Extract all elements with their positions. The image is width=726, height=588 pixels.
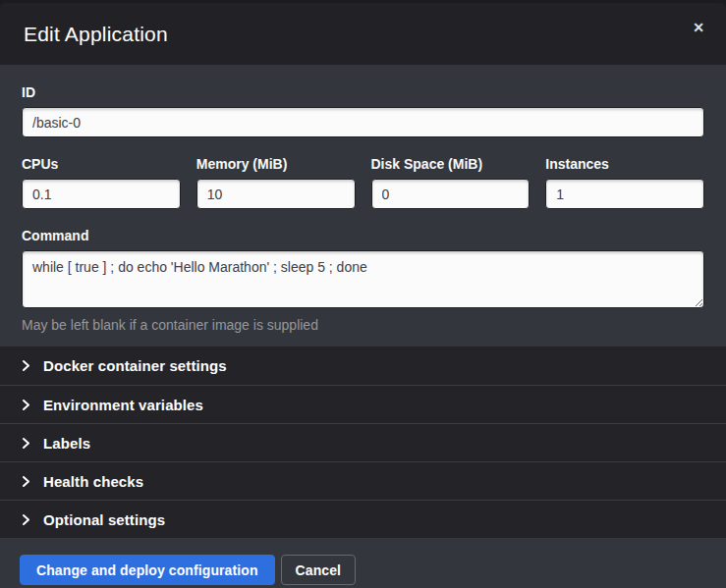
- disk-input[interactable]: [371, 179, 531, 209]
- instances-field-group: Instances: [545, 156, 704, 209]
- modal-footer: Change and deploy configuration Cancel: [0, 538, 726, 588]
- accordion-sections: Docker container settings Environment va…: [0, 347, 726, 538]
- id-input[interactable]: [22, 107, 704, 137]
- command-label: Command: [22, 228, 704, 243]
- resources-row: CPUs Memory (MiB) Disk Space (MiB) Insta…: [22, 156, 704, 209]
- section-label: Labels: [43, 435, 90, 452]
- id-label: ID: [22, 84, 704, 100]
- section-label: Docker container settings: [43, 357, 227, 374]
- cancel-button[interactable]: Cancel: [281, 555, 357, 585]
- command-textarea[interactable]: while [ true ] ; do echo 'Hello Marathon…: [22, 250, 704, 308]
- chevron-right-icon: [22, 399, 35, 411]
- section-optional-settings[interactable]: Optional settings: [0, 500, 726, 538]
- chevron-right-icon: [22, 437, 35, 450]
- modal-header: Edit Application ✕: [0, 3, 726, 65]
- application-form: ID CPUs Memory (MiB) Disk Space (MiB) In…: [0, 65, 726, 347]
- disk-field-group: Disk Space (MiB): [371, 156, 531, 209]
- instances-input[interactable]: [545, 179, 704, 209]
- chevron-right-icon: [22, 359, 35, 372]
- cpus-label: CPUs: [22, 156, 181, 172]
- section-docker-container-settings[interactable]: Docker container settings: [0, 347, 726, 385]
- section-labels[interactable]: Labels: [0, 423, 726, 461]
- cpus-input[interactable]: [22, 179, 181, 209]
- section-health-checks[interactable]: Health checks: [0, 461, 726, 500]
- memory-label: Memory (MiB): [196, 156, 356, 172]
- edit-application-modal: Edit Application ✕ ID CPUs Memory (MiB) …: [0, 3, 726, 588]
- change-and-deploy-button[interactable]: Change and deploy configuration: [20, 555, 275, 585]
- command-help-text: May be left blank if a container image i…: [22, 317, 704, 333]
- section-label: Environment variables: [43, 397, 203, 413]
- cpus-field-group: CPUs: [22, 156, 181, 209]
- modal-title: Edit Application: [24, 23, 168, 46]
- section-environment-variables[interactable]: Environment variables: [0, 385, 726, 423]
- chevron-right-icon: [22, 513, 35, 526]
- section-label: Health checks: [43, 473, 143, 490]
- instances-label: Instances: [545, 156, 704, 172]
- chevron-right-icon: [22, 475, 35, 488]
- memory-field-group: Memory (MiB): [196, 156, 356, 209]
- id-field-group: ID: [22, 84, 704, 137]
- section-label: Optional settings: [43, 511, 165, 528]
- command-field-group: Command while [ true ] ; do echo 'Hello …: [22, 228, 704, 333]
- close-icon[interactable]: ✕: [687, 17, 710, 38]
- disk-label: Disk Space (MiB): [371, 156, 531, 172]
- memory-input[interactable]: [196, 179, 356, 209]
